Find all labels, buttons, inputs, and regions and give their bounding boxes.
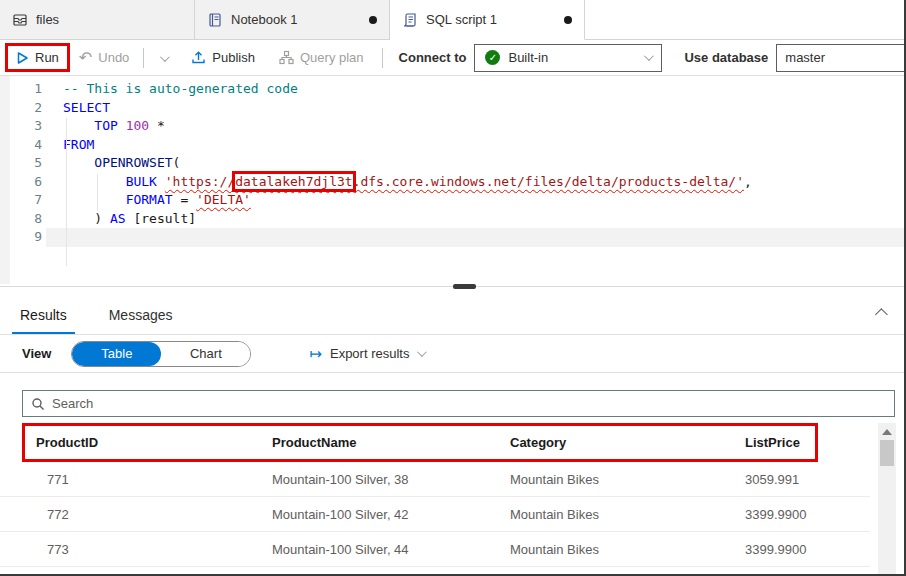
export-results-button[interactable]: ↦ Export results (309, 345, 424, 363)
connected-check-icon: ✓ (485, 50, 500, 65)
view-option-chart[interactable]: Chart (161, 342, 250, 366)
code-token: = (173, 192, 196, 207)
scrollbar-up-arrow[interactable] (882, 429, 892, 435)
line-number: 8 (0, 210, 42, 229)
column-header-listprice[interactable]: ListPrice (745, 435, 815, 450)
sql-code-editor[interactable]: 1-- This is auto-generated code2SELECT3 … (0, 76, 906, 284)
annotation-box-url-token: datalakeh7djl3t (235, 174, 352, 189)
tab-results[interactable]: Results (12, 297, 75, 334)
document-tab-bar: files Notebook 1 SQL script 1 (0, 0, 906, 40)
chevron-down-icon (160, 52, 170, 62)
query-plan-button[interactable]: Query plan (271, 46, 372, 69)
code-token (157, 174, 165, 189)
column-header-category[interactable]: Category (510, 435, 745, 450)
table-cell: Mountain-100 Silver, 42 (272, 507, 510, 522)
results-search-box (22, 390, 895, 417)
query-plan-icon (279, 50, 294, 65)
code-line[interactable]: 9 (0, 228, 906, 247)
table-scrollbar[interactable] (878, 423, 896, 574)
undo-icon: ↶ (79, 51, 92, 65)
code-token: SELECT (63, 100, 110, 115)
code-line[interactable]: 7 FORMAT = 'DELTA' (0, 191, 906, 210)
line-number: 9 (0, 228, 42, 247)
code-token (63, 192, 126, 207)
code-line[interactable]: 4FROM (0, 136, 906, 155)
run-label: Run (35, 50, 59, 65)
files-icon (12, 12, 28, 28)
table-cell: 773 (47, 542, 272, 557)
code-token: * (149, 118, 165, 133)
code-token: TOP (94, 118, 117, 133)
query-plan-label: Query plan (300, 50, 364, 65)
connect-to-dropdown[interactable]: ✓ Built-in (474, 44, 662, 72)
scrollbar-thumb[interactable] (880, 440, 894, 466)
chevron-down-icon (644, 51, 654, 61)
run-button[interactable]: Run (8, 46, 67, 69)
undo-dropdown-button[interactable] (150, 46, 177, 69)
results-tab-bar: Results Messages (0, 287, 906, 335)
notebook-icon (207, 12, 223, 28)
sql-script-icon (402, 12, 418, 28)
line-content: -- This is auto-generated code (42, 80, 298, 99)
unsaved-dot (369, 16, 377, 24)
tab-files[interactable]: files (0, 0, 195, 40)
column-header-productid[interactable]: ProductID (36, 435, 272, 450)
code-token: OPENROWSET (94, 155, 172, 170)
view-option-table[interactable]: Table (72, 342, 161, 366)
view-label: View (22, 346, 51, 361)
tab-sql-script-1[interactable]: SQL script 1 (390, 0, 585, 40)
use-database-input[interactable] (776, 44, 906, 72)
code-line[interactable]: 1-- This is auto-generated code (0, 80, 906, 99)
code-token (118, 118, 126, 133)
code-line[interactable]: 8 ) AS [result] (0, 210, 906, 229)
code-token: 100 (126, 118, 149, 133)
indent-guide (97, 174, 98, 211)
use-database-label: Use database (684, 50, 768, 65)
table-row[interactable]: 771Mountain-100 Silver, 38Mountain Bikes… (0, 462, 870, 497)
search-input[interactable] (52, 396, 886, 411)
table-cell: 3399.9900 (745, 507, 870, 522)
code-token: FROM (63, 137, 94, 152)
toolbar-divider (382, 48, 383, 68)
publish-icon (191, 50, 206, 65)
code-token: ( (173, 155, 181, 170)
table-row[interactable]: 773Mountain-100 Silver, 44Mountain Bikes… (0, 532, 870, 567)
synapse-sql-editor-window: files Notebook 1 SQL script 1 Run (0, 0, 906, 576)
line-content: OPENROWSET( (42, 154, 180, 173)
annotation-box-run: Run (8, 46, 67, 69)
results-view-row: View TableChart ↦ Export results (0, 335, 906, 373)
tab-messages[interactable]: Messages (101, 297, 181, 334)
tab-bar-filler (585, 0, 906, 40)
table-row[interactable]: 772Mountain-100 Silver, 42Mountain Bikes… (0, 497, 870, 532)
code-token: .dfs.core.windows.net/files/delta/produc… (353, 174, 744, 189)
code-token: 'https:// (165, 174, 235, 189)
collapse-results-button[interactable] (875, 301, 892, 324)
column-header-productname[interactable]: ProductName (272, 435, 510, 450)
code-token (63, 118, 94, 133)
search-icon (31, 397, 45, 411)
annotation-box-table-header: ProductIDProductNameCategoryListPrice (22, 423, 818, 462)
pane-splitter-handle[interactable] (453, 284, 476, 289)
publish-button[interactable]: Publish (183, 46, 263, 69)
chevron-up-icon (875, 308, 888, 321)
table-cell: Mountain Bikes (510, 507, 745, 522)
table-cell: 771 (47, 472, 272, 487)
table-cell: 3059.991 (745, 472, 870, 487)
publish-label: Publish (212, 50, 255, 65)
code-line[interactable]: 2SELECT (0, 99, 906, 118)
table-cell: Mountain-100 Silver, 44 (272, 542, 510, 557)
tab-notebook-1[interactable]: Notebook 1 (195, 0, 390, 40)
line-number: 3 (0, 117, 42, 136)
code-token: BULK (126, 174, 157, 189)
code-line[interactable]: 5 OPENROWSET( (0, 154, 906, 173)
line-number: 7 (0, 191, 42, 210)
table-cell: 772 (47, 507, 272, 522)
editor-toolbar: Run ↶ Undo Publish Query plan Connect to… (0, 40, 906, 76)
line-number: 4 (0, 136, 42, 155)
line-content (42, 228, 63, 247)
line-content: BULK 'https://datalakeh7djl3t.dfs.core.w… (42, 173, 752, 192)
undo-button[interactable]: ↶ Undo (71, 46, 137, 69)
code-line[interactable]: 6 BULK 'https://datalakeh7djl3t.dfs.core… (0, 173, 906, 192)
code-token: FORMAT (126, 192, 173, 207)
code-line[interactable]: 3 TOP 100 * (0, 117, 906, 136)
